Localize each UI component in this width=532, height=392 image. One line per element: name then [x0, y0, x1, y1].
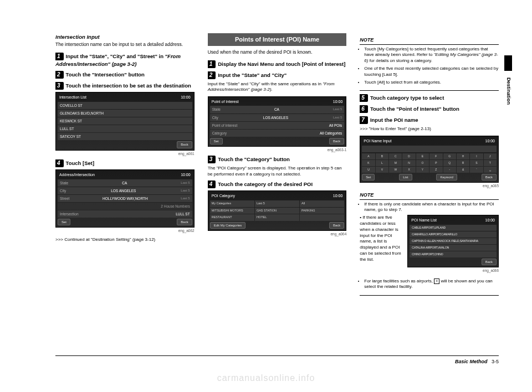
- sh-title: POI Category: [212, 193, 235, 199]
- column-1: Intersection Input The intersection name…: [55, 33, 195, 299]
- table-row: CategoryAll Categories: [210, 130, 345, 137]
- sh-time: 10:00: [181, 172, 191, 178]
- step-7-sub: >>> "How to Enter Text" (page 2-13): [360, 126, 499, 132]
- list-item: KESWICK ST: [58, 117, 192, 125]
- note-with-screenshot: • If there are five candidates or less w…: [360, 215, 499, 276]
- note-item: Touch [All] to select from all categorie…: [364, 80, 499, 86]
- step-1-text: Display the Navi Menu and touch [Point o…: [218, 61, 345, 67]
- back-button: Back: [177, 141, 192, 148]
- step-7-text: Input the POI name: [370, 117, 418, 123]
- note-list: For large facilities such as airports, +…: [360, 278, 499, 296]
- list-item: GLENOAKS BLVD,NORTH: [58, 110, 192, 117]
- category-cell: PARKING: [300, 208, 344, 214]
- table-row: CityLOS ANGELESLast 5: [210, 114, 345, 121]
- side-tab: Destination: [505, 78, 512, 105]
- note-item: One of the five most recently selected c…: [364, 66, 499, 78]
- sh-time: 10:00: [485, 138, 495, 144]
- plus-icon: +: [434, 278, 439, 284]
- table-row: StateCALast 5: [58, 179, 192, 187]
- step-4: 4Touch the category of the desired POI: [208, 180, 347, 188]
- sh-title: Intersection List: [59, 95, 86, 100]
- screenshot-poi-category: POI Category10:00 My Categories Last 5 A…: [208, 190, 347, 231]
- onscreen-keyboard: ABCDEFGHIJ KLMNOPQRST UVWXYZ-&'␣: [362, 153, 497, 173]
- note-item: If there is only one candidate when a ch…: [364, 202, 499, 214]
- screenshot-intersection-list: Intersection List10:00 COVELLO ST GLENOA…: [55, 92, 195, 151]
- set-button: Set: [58, 219, 70, 225]
- set-button: Set: [210, 138, 223, 145]
- caption: eng_a065: [360, 183, 499, 188]
- intersection-intro: The intersection name can be input to se…: [55, 42, 195, 48]
- step-6-text: Touch the "Point of Interest" button: [370, 106, 459, 112]
- step-5-text: Touch category type to select: [370, 95, 444, 101]
- screenshot-address-intersection: Address/Intersection10:00 StateCALast 5 …: [55, 169, 195, 228]
- kb-set: Set: [362, 174, 375, 180]
- input-field: [362, 146, 497, 152]
- list-item: COVELLO ST: [58, 102, 192, 109]
- step-6: 6Touch the "Point of Interest" button: [360, 105, 499, 113]
- screenshot-poi: Point of Interest10:00 StateCALast 5 Cit…: [208, 96, 347, 147]
- tab: All: [300, 200, 344, 207]
- table-row: IntersectionLULL ST: [58, 210, 192, 218]
- caption: eng_a063-1: [208, 147, 347, 152]
- note-list: If there is only one candidate when a ch…: [360, 202, 499, 214]
- table-row: CityLOS ANGELESLast 5: [58, 187, 192, 194]
- step-5: 5Touch category type to select: [360, 94, 499, 102]
- column-2: Points of Interest (POI) Name Used when …: [208, 33, 347, 299]
- poi-intro: Used when the name of the desired POI is…: [208, 49, 347, 55]
- tab: My Categories: [210, 200, 254, 207]
- list-item: CAPTAIN D ALLEN HANCOCK FIELD,SANTA MARI…: [410, 238, 497, 244]
- step-2-text: Touch the "Intersection" button: [66, 71, 145, 78]
- watermark: carmanualsonline.info: [0, 372, 532, 384]
- step-1-text: Input the "State", "City" and "Street" i…: [66, 53, 165, 59]
- sh-time: 10:00: [333, 193, 343, 199]
- kb-list: List: [399, 174, 412, 180]
- list-item: CAMARILLO AIRPORT,CAMARILLO: [410, 231, 497, 238]
- step-7: 7Input the POI name: [360, 116, 499, 124]
- step-1: 1Input the "State", "City" and "Street" …: [55, 53, 195, 68]
- sh-time: 10:00: [181, 95, 191, 100]
- step-3-text: Touch the "Category" button: [218, 156, 290, 162]
- back-button: Back: [329, 222, 344, 229]
- step-3: 3Touch the "Category" button: [208, 156, 347, 163]
- screenshot-poi-name-input: POI Name Input10:00 ABCDEFGHIJ KLMNOPQRS…: [360, 136, 499, 183]
- back-button: Back: [177, 219, 192, 225]
- note-list: Touch [My Categories] to select frequent…: [360, 47, 499, 91]
- step-2-text: Input the "State" and "City": [218, 72, 287, 78]
- back-button: Back: [482, 259, 497, 265]
- table-row: 2 House Numbers: [58, 203, 192, 210]
- step-4: 4Touch [Set]: [55, 159, 195, 167]
- page-content: Intersection Input The intersection name…: [0, 0, 532, 310]
- category-cell: HOTEL: [255, 214, 299, 221]
- step-3-sub: The "POI Category" screen is displayed. …: [208, 166, 347, 177]
- edit-button: Edit My Categories: [210, 222, 246, 229]
- list-item: SATICOY ST: [58, 133, 192, 140]
- step-4-text: Touch [Set]: [66, 160, 95, 166]
- caption: eng_a062: [55, 228, 195, 233]
- table-row: StreetHOLLYWOOD WAY,NORTHLast 5: [58, 195, 192, 202]
- sh-title: POI Name Input: [364, 138, 391, 144]
- note-heading: NOTE: [360, 192, 499, 200]
- step-2: 2Touch the "Intersection" button: [55, 71, 195, 79]
- list-item: CHINO AIRPORT,CHINO: [410, 251, 497, 257]
- caption: eng_a064: [208, 231, 347, 236]
- step-4-text: Touch the category of the desired POI: [218, 181, 313, 187]
- note-item: Touch [My Categories] to select frequent…: [364, 47, 499, 64]
- tab: Last 5: [255, 200, 299, 207]
- step-2-sub: Input the "State" and "City" with the sa…: [208, 81, 347, 93]
- table-row: StateCALast 5: [210, 106, 345, 113]
- step-2: 2Input the "State" and "City": [208, 71, 347, 79]
- category-cell: MITSUBISHI MOTORS: [210, 208, 254, 214]
- side-black-marker: [504, 55, 512, 71]
- step-3: 3Touch the intersection to be set as the…: [55, 82, 195, 90]
- table-row: Point of InterestAll POIs: [210, 122, 345, 129]
- list-item: CATALINA AIRPORT,AVALON: [410, 245, 497, 251]
- sh-title: Address/Intersection: [59, 172, 95, 178]
- category-cell: [300, 214, 344, 221]
- step-3-text: Touch the intersection to be set as the …: [66, 82, 191, 89]
- caption: eng_a061: [55, 151, 195, 156]
- list-item: CABLE AIRPORT,UPLAND: [410, 225, 497, 231]
- list-item: LULL ST: [58, 125, 192, 132]
- sh-title: Point of Interest: [212, 99, 239, 105]
- intersection-heading: Intersection Input: [55, 33, 195, 40]
- footer-page: 3-5: [492, 359, 499, 364]
